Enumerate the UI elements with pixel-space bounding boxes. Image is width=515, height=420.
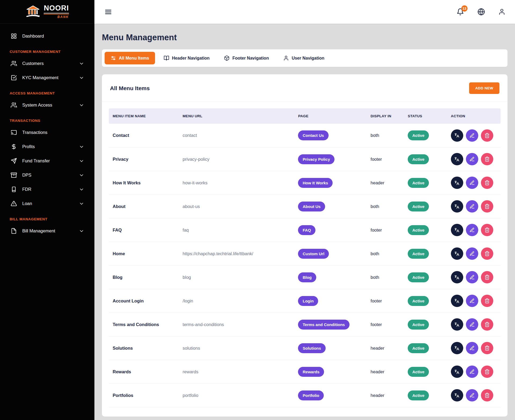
edit-button[interactable] <box>466 247 478 260</box>
sidebar-item-customers[interactable]: Customers <box>0 56 94 71</box>
trash-icon <box>484 345 490 351</box>
delete-button[interactable] <box>481 153 493 165</box>
translate-button[interactable] <box>451 200 463 213</box>
page-badge: About Us <box>298 202 325 211</box>
display-in-value: footer <box>367 313 405 336</box>
delete-button[interactable] <box>481 271 493 283</box>
display-in-value: both <box>367 242 405 265</box>
delete-button[interactable] <box>481 224 493 236</box>
edit-button[interactable] <box>466 224 478 236</box>
translate-icon <box>454 251 460 257</box>
tab-label: All Menu Items <box>119 56 149 61</box>
sidebar-item-bill-management[interactable]: Bill Management <box>0 224 94 238</box>
edit-button[interactable] <box>466 366 478 378</box>
menu-item-name: Portfolios <box>109 384 179 407</box>
row-actions <box>451 318 497 331</box>
sidebar-item-label: Transactions <box>22 130 47 135</box>
brand-logo[interactable]: NOORI BANK <box>0 0 94 24</box>
sidebar-item-fdr[interactable]: FDR <box>0 182 94 196</box>
brand-text: NOORI BANK <box>44 5 69 19</box>
status-badge: Active <box>408 320 429 330</box>
page-badge: How It Works <box>298 178 333 188</box>
translate-button[interactable] <box>451 366 463 378</box>
delete-button[interactable] <box>481 177 493 189</box>
sidebar-item-dps[interactable]: DPS <box>0 168 94 182</box>
sidebar-item-fund-transfer[interactable]: Fund Transfer <box>0 154 94 168</box>
delete-button[interactable] <box>481 366 493 378</box>
translate-button[interactable] <box>451 153 463 165</box>
tab-footer-navigation[interactable]: Footer Navigation <box>218 52 275 64</box>
display-in-value: header <box>367 384 405 407</box>
delete-button[interactable] <box>481 295 493 307</box>
translate-button[interactable] <box>451 271 463 283</box>
menu-item-url: how-it-works <box>179 171 295 195</box>
trash-icon <box>484 393 490 398</box>
translate-button[interactable] <box>451 129 463 142</box>
delete-button[interactable] <box>481 342 493 354</box>
sidebar-item-profits[interactable]: Profits <box>0 140 94 154</box>
sidebar-item-loan[interactable]: Loan <box>0 196 94 211</box>
translate-button[interactable] <box>451 295 463 307</box>
tab-label: Footer Navigation <box>232 56 269 61</box>
edit-button[interactable] <box>466 129 478 142</box>
translate-icon <box>454 133 460 138</box>
sidebar-item-system-access[interactable]: System Access <box>0 98 94 112</box>
edit-button[interactable] <box>466 389 478 401</box>
sidebar-item-transactions[interactable]: Transactions <box>0 125 94 140</box>
edit-icon <box>469 393 475 398</box>
translate-icon <box>454 369 460 375</box>
card-header: All Menu Items ADD NEW <box>102 74 507 101</box>
sidebar-item-kyc-management[interactable]: KYC Management <box>0 71 94 85</box>
tab-user-navigation[interactable]: User Navigation <box>277 52 330 64</box>
row-actions <box>451 295 497 307</box>
translate-button[interactable] <box>451 318 463 331</box>
add-new-button[interactable]: ADD NEW <box>469 82 499 94</box>
notification-badge: 13 <box>461 5 468 12</box>
tab-header-navigation[interactable]: Header Navigation <box>158 52 215 64</box>
sidebar-item-label: Dashboard <box>22 33 44 39</box>
edit-button[interactable] <box>466 318 478 331</box>
delete-button[interactable] <box>481 389 493 401</box>
edit-button[interactable] <box>466 342 478 354</box>
page-badge: FAQ <box>298 225 315 235</box>
trash-icon <box>484 322 490 327</box>
package-icon <box>224 55 230 61</box>
page-badge: Login <box>298 296 318 306</box>
translate-button[interactable] <box>451 177 463 189</box>
delete-button[interactable] <box>481 129 493 142</box>
translate-icon <box>454 322 460 327</box>
menu-item-url: privacy-policy <box>179 147 295 171</box>
edit-button[interactable] <box>466 177 478 189</box>
edit-button[interactable] <box>466 200 478 213</box>
translate-button[interactable] <box>451 342 463 354</box>
row-actions <box>451 153 497 165</box>
users-icon <box>11 60 17 67</box>
edit-button[interactable] <box>466 153 478 165</box>
sidebar-item-label: FDR <box>22 187 31 192</box>
menu-toggle-button[interactable] <box>104 7 113 17</box>
tab-all-menu-items[interactable]: All Menu Items <box>105 52 155 64</box>
edit-button[interactable] <box>466 295 478 307</box>
delete-button[interactable] <box>481 247 493 260</box>
sidebar-section-bill-management: BILL MANAGEMENT <box>0 211 94 224</box>
sidebar-item-dashboard[interactable]: Dashboard <box>0 29 94 43</box>
language-button[interactable] <box>477 8 485 16</box>
menu-item-url: terms-and-conditions <box>179 313 295 336</box>
row-actions <box>451 366 497 378</box>
translate-button[interactable] <box>451 247 463 260</box>
card-title: All Menu Items <box>110 85 150 92</box>
chevron-down-icon <box>79 75 84 81</box>
notifications-button[interactable]: 13 <box>456 8 465 16</box>
delete-button[interactable] <box>481 318 493 331</box>
brand-underline <box>44 13 69 14</box>
translate-button[interactable] <box>451 389 463 401</box>
column-header-page: PAGE <box>295 108 367 124</box>
table-header-row: MENU ITEM NAMEMENU URLPAGEDISPLAY INSTAT… <box>109 108 501 124</box>
topbar: 13 <box>94 0 515 24</box>
display-in-value: header <box>367 336 405 360</box>
profile-button[interactable] <box>498 8 506 16</box>
edit-button[interactable] <box>466 271 478 283</box>
translate-button[interactable] <box>451 224 463 236</box>
column-header-action: ACTION <box>448 108 501 124</box>
delete-button[interactable] <box>481 200 493 213</box>
